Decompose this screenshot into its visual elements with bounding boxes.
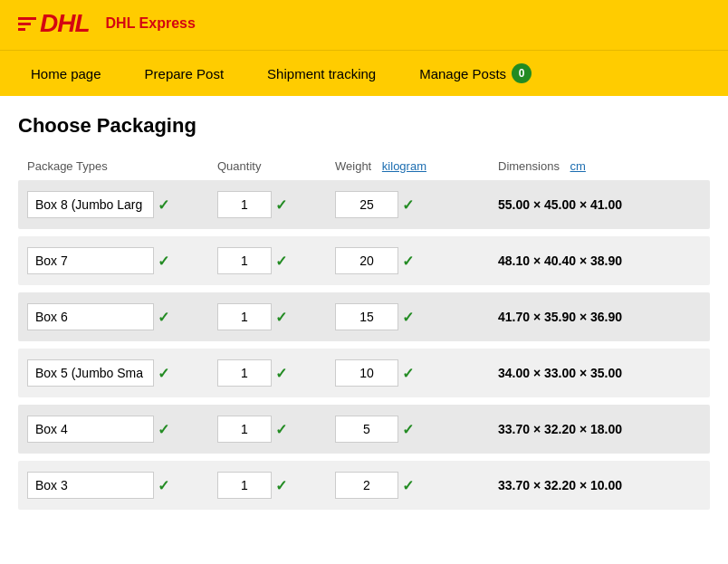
check-icon-qty-2: ✓: [275, 253, 287, 270]
package-name-input-4[interactable]: [27, 359, 154, 387]
quantity-input-6[interactable]: [217, 472, 272, 499]
express-label: DHL Express: [106, 15, 196, 32]
cell-quantity-3: ✓: [217, 303, 335, 330]
cell-dimensions-6: 33.70 × 32.20 × 10.00: [498, 478, 701, 492]
col-dimensions-label: Dimensions: [498, 159, 560, 173]
cell-package-name-6: ✓: [27, 472, 217, 499]
check-icon-name-6: ✓: [158, 477, 169, 494]
col-weight-unit-link[interactable]: kilogram: [382, 159, 426, 173]
col-header-quantity: Quantity: [217, 159, 335, 173]
nav-item-shipment[interactable]: Shipment tracking: [245, 53, 398, 94]
nav-item-manage[interactable]: Manage Posts 0: [398, 51, 553, 96]
dhl-lines-icon: [18, 17, 36, 31]
col-header-weight: Weight kilogram: [335, 159, 498, 173]
quantity-input-5[interactable]: [217, 416, 272, 443]
cell-dimensions-3: 41.70 × 35.90 × 36.90: [498, 310, 701, 324]
cell-dimensions-5: 33.70 × 32.20 × 18.00: [498, 422, 701, 436]
check-icon-qty-4: ✓: [275, 365, 287, 382]
quantity-input-2[interactable]: [217, 247, 272, 274]
package-name-input-1[interactable]: [27, 191, 154, 218]
dhl-line-2: [18, 23, 31, 25]
check-icon-name-1: ✓: [158, 196, 169, 214]
check-icon-weight-5: ✓: [402, 421, 414, 438]
table-row: ✓ ✓ ✓ 34.00 × 33.00 × 35.00: [18, 349, 710, 397]
check-icon-qty-1: ✓: [275, 196, 287, 214]
table-row: ✓ ✓ ✓ 48.10 × 40.40 × 38.90: [18, 236, 710, 285]
package-name-input-2[interactable]: [27, 247, 154, 274]
weight-input-3[interactable]: [335, 303, 398, 330]
cell-package-name-4: ✓: [27, 359, 217, 387]
dhl-line-1: [18, 17, 36, 20]
cell-package-name-5: ✓: [27, 416, 217, 443]
package-name-input-6[interactable]: [27, 472, 154, 499]
nav-shipment-label: Shipment tracking: [267, 66, 376, 81]
cell-quantity-6: ✓: [217, 472, 335, 499]
cell-quantity-1: ✓: [217, 191, 335, 218]
check-icon-weight-6: ✓: [402, 477, 414, 494]
cell-dimensions-1: 55.00 × 45.00 × 41.00: [498, 197, 701, 212]
cell-quantity-4: ✓: [217, 359, 335, 387]
check-icon-weight-2: ✓: [402, 253, 414, 270]
cell-package-name-1: ✓: [27, 191, 217, 218]
cell-quantity-2: ✓: [217, 247, 335, 274]
nav-item-prepare[interactable]: Prepare Post: [123, 53, 246, 94]
dimensions-value-1: 55.00 × 45.00 × 41.00: [498, 197, 622, 212]
dhl-line-3: [18, 28, 25, 31]
dimensions-value-4: 34.00 × 33.00 × 35.00: [498, 366, 622, 380]
cell-package-name-2: ✓: [27, 247, 217, 274]
weight-input-4[interactable]: [335, 359, 398, 387]
check-icon-name-5: ✓: [158, 421, 169, 438]
cell-weight-5: ✓: [335, 416, 498, 443]
check-icon-weight-4: ✓: [402, 365, 414, 382]
check-icon-name-4: ✓: [158, 365, 169, 382]
dimensions-value-3: 41.70 × 35.90 × 36.90: [498, 310, 622, 324]
weight-input-2[interactable]: [335, 247, 398, 274]
weight-input-1[interactable]: [335, 191, 398, 218]
col-header-package-types: Package Types: [27, 159, 217, 173]
dimensions-value-6: 33.70 × 32.20 × 10.00: [498, 478, 622, 492]
col-header-dimensions: Dimensions cm: [498, 159, 701, 173]
col-package-types-label: Package Types: [27, 159, 108, 173]
col-quantity-label: Quantity: [217, 159, 261, 173]
table-row: ✓ ✓ ✓ 41.70 × 35.90 × 36.90: [18, 292, 710, 341]
cell-weight-6: ✓: [335, 472, 498, 499]
dhl-logo: DHL: [18, 9, 90, 38]
quantity-input-4[interactable]: [217, 359, 272, 387]
col-dimensions-unit-link[interactable]: cm: [570, 159, 586, 173]
check-icon-weight-1: ✓: [402, 196, 414, 214]
quantity-input-3[interactable]: [217, 303, 272, 330]
header: DHL DHL Express: [0, 0, 728, 50]
table-row: ✓ ✓ ✓ 55.00 × 45.00 × 41.00: [18, 180, 710, 229]
cell-quantity-5: ✓: [217, 416, 335, 443]
check-icon-qty-6: ✓: [275, 477, 287, 494]
quantity-input-1[interactable]: [217, 191, 272, 218]
manage-posts-badge: 0: [512, 63, 532, 83]
cell-weight-3: ✓: [335, 303, 498, 330]
page-title: Choose Packaging: [18, 114, 710, 138]
check-icon-qty-5: ✓: [275, 421, 287, 438]
check-icon-name-3: ✓: [158, 309, 169, 326]
cell-weight-2: ✓: [335, 247, 498, 274]
cell-dimensions-2: 48.10 × 40.40 × 38.90: [498, 253, 701, 268]
check-icon-name-2: ✓: [158, 253, 169, 270]
nav-manage-label: Manage Posts: [419, 66, 506, 81]
dimensions-value-5: 33.70 × 32.20 × 18.00: [498, 422, 622, 436]
check-icon-weight-3: ✓: [402, 309, 414, 326]
check-icon-qty-3: ✓: [275, 309, 287, 326]
cell-package-name-3: ✓: [27, 303, 217, 330]
packaging-table: Package Types Quantity Weight kilogram D…: [18, 156, 710, 510]
nav-home-label: Home page: [31, 66, 101, 81]
cell-weight-4: ✓: [335, 359, 498, 387]
weight-input-5[interactable]: [335, 416, 398, 443]
cell-weight-1: ✓: [335, 191, 498, 218]
nav-prepare-label: Prepare Post: [145, 66, 225, 81]
nav-item-home[interactable]: Home page: [9, 53, 123, 94]
table-row: ✓ ✓ ✓ 33.70 × 32.20 × 10.00: [18, 461, 710, 510]
package-name-input-5[interactable]: [27, 416, 154, 443]
nav-bar: Home page Prepare Post Shipment tracking…: [0, 50, 728, 96]
col-weight-label: Weight: [335, 159, 371, 173]
weight-input-6[interactable]: [335, 472, 398, 499]
table-row: ✓ ✓ ✓ 33.70 × 32.20 × 18.00: [18, 405, 710, 454]
package-name-input-3[interactable]: [27, 303, 154, 330]
dimensions-value-2: 48.10 × 40.40 × 38.90: [498, 253, 622, 268]
